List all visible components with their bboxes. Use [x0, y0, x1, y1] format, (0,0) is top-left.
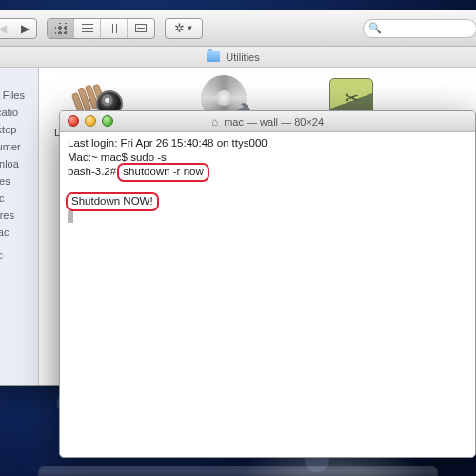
highlight-wall-msg: Shutdown NOW!	[66, 192, 159, 211]
sidebar-item-downloads[interactable]: ownloa	[0, 155, 38, 172]
coverflow-icon	[135, 24, 147, 32]
terminal-title: mac — wall — 80×24	[224, 116, 324, 128]
term-prompt-1: Mac:~ mac$	[68, 151, 130, 163]
forward-icon: ▶	[21, 22, 30, 35]
view-icons[interactable]	[48, 19, 74, 38]
view-coverflow[interactable]	[128, 19, 154, 38]
sidebar-item-pictures[interactable]: ctures	[0, 207, 38, 224]
term-cmd-1: sudo -s	[130, 151, 167, 163]
view-mode-switch[interactable]	[47, 18, 155, 39]
dock[interactable]	[38, 466, 438, 476]
sidebar-item-music[interactable]: usic	[0, 189, 38, 207]
highlight-shutdown-cmd: shutdown -r now	[117, 163, 208, 182]
view-columns[interactable]	[101, 19, 128, 38]
finder-search[interactable]: 🔍	[363, 19, 476, 38]
sidebar-item-usermac[interactable]: rMac	[0, 224, 38, 241]
minimize-icon[interactable]	[85, 115, 96, 127]
sidebar-item-documents[interactable]: ocumer	[0, 138, 38, 155]
folder-icon	[207, 51, 220, 62]
sidebar-item-myfiles[interactable]: My Files	[0, 87, 38, 104]
terminal-body[interactable]: Last login: Fri Apr 26 15:40:48 on ttys0…	[60, 132, 475, 457]
columns-icon	[109, 24, 120, 33]
grid-icon	[55, 23, 67, 34]
sidebar-item-applications[interactable]: plicatio	[0, 104, 38, 121]
term-prompt-2: bash-3.2#	[68, 166, 119, 177]
finder-toolbar: ◀ ▶ ✲▼ 🔍	[0, 10, 476, 47]
back-icon: ◀	[0, 22, 7, 35]
nav-back-forward[interactable]: ◀ ▶	[0, 18, 37, 39]
list-icon	[82, 24, 93, 33]
window-traffic-lights[interactable]	[68, 115, 113, 127]
sidebar-item-pc[interactable]: l-pc	[0, 247, 38, 264]
terminal-cursor	[68, 211, 73, 223]
sidebar-item-movies[interactable]: ovies	[0, 172, 38, 189]
terminal-window: ⌂ mac — wall — 80×24 Last login: Fri Apr…	[59, 110, 476, 458]
term-line-login: Last login: Fri Apr 26 15:40:48 on ttys0…	[68, 137, 268, 149]
view-list[interactable]	[74, 19, 101, 38]
sidebar-item-desktop[interactable]: esktop	[0, 121, 38, 138]
gear-icon: ✲	[174, 22, 185, 34]
zoom-icon[interactable]	[102, 115, 113, 127]
finder-sidebar[interactable]: ES My Files plicatio esktop ocumer ownlo…	[0, 68, 39, 385]
path-label: Utilities	[226, 51, 259, 63]
chevron-down-icon: ▼	[187, 24, 194, 32]
home-icon: ⌂	[211, 115, 218, 129]
close-icon[interactable]	[68, 115, 79, 127]
action-menu[interactable]: ✲▼	[165, 18, 203, 39]
terminal-titlebar[interactable]: ⌂ mac — wall — 80×24	[60, 111, 475, 132]
path-bar[interactable]: Utilities	[0, 47, 476, 68]
sidebar-header: ES	[0, 71, 38, 87]
search-icon: 🔍	[368, 22, 382, 34]
